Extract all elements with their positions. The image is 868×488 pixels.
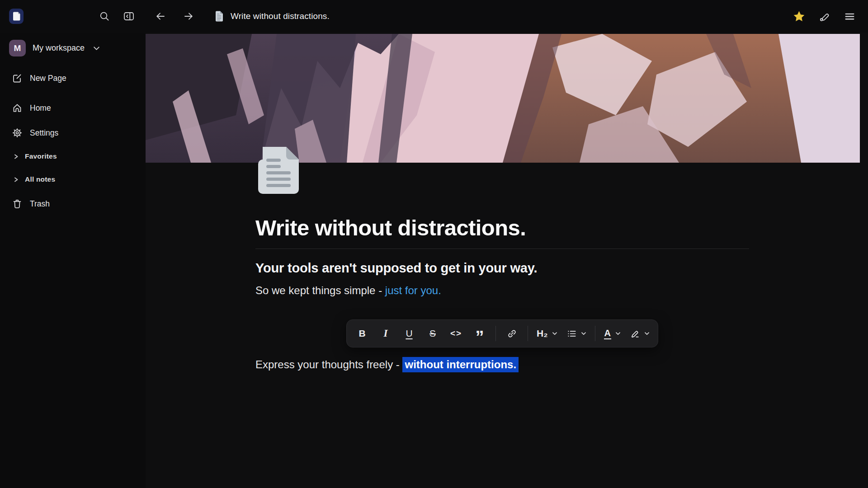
bullet-list-icon — [566, 328, 577, 339]
topbar-left-icons — [96, 8, 137, 25]
gear-icon — [12, 128, 22, 138]
chevron-down-icon — [615, 332, 621, 336]
toolbar-separator — [595, 326, 595, 341]
divider — [255, 249, 749, 249]
arrow-left-icon — [155, 10, 166, 22]
chevron-down-icon — [93, 46, 100, 51]
arrow-right-icon — [183, 10, 194, 22]
toolbar-separator — [495, 326, 496, 341]
mountain-cover-art — [146, 34, 860, 163]
page-title[interactable]: Write without distractions. — [255, 215, 749, 240]
editor-area: Write without distractions. Your tools a… — [146, 33, 868, 488]
new-page-icon — [12, 73, 22, 83]
italic-button[interactable]: I — [375, 324, 396, 343]
sidebar-item-label: Settings — [30, 128, 58, 138]
quote-icon: ” — [476, 335, 484, 339]
chevron-down-icon — [581, 332, 586, 336]
blockquote-button[interactable]: ” — [469, 324, 491, 343]
body-text: Express your thoughts freely - — [255, 358, 402, 371]
heading-dropdown[interactable]: H₂ — [533, 324, 561, 343]
topbar-right-icons — [790, 8, 858, 25]
favorite-button[interactable] — [790, 8, 807, 25]
page-paragraph[interactable]: So we kept things simple - just for you. — [255, 284, 749, 297]
inline-link[interactable]: just for you. — [385, 284, 441, 296]
selected-text[interactable]: without interruptions. — [402, 357, 519, 372]
nav-arrows — [152, 8, 197, 25]
list-dropdown[interactable] — [563, 324, 590, 343]
sidebar-item-new-page[interactable]: New Page — [0, 68, 146, 88]
topbar-title: Write without distractions. — [231, 11, 330, 21]
forward-button[interactable] — [180, 8, 197, 25]
sidebar-item-label: New Page — [30, 74, 66, 83]
trash-icon — [12, 199, 22, 209]
workspace-switcher[interactable]: M My workspace — [0, 35, 146, 61]
chevron-right-icon — [13, 154, 19, 160]
pen-icon — [819, 11, 830, 22]
text-color-label: A — [604, 328, 611, 339]
highlighter-icon — [630, 328, 640, 339]
link-button[interactable] — [501, 324, 523, 343]
body-line[interactable]: Express your thoughts freely - without i… — [255, 358, 749, 371]
bold-button[interactable]: B — [351, 324, 373, 343]
sidebar-section-label: Favorites — [25, 152, 57, 160]
document-body: Write without distractions. Your tools a… — [255, 163, 749, 371]
strikethrough-button[interactable]: S — [422, 324, 443, 343]
sidebar-section-label: All notes — [25, 175, 55, 183]
sidebar-item-settings[interactable]: Settings — [0, 123, 146, 143]
underline-button[interactable]: U — [398, 324, 420, 343]
chevron-right-icon — [13, 177, 19, 183]
heading-label: H₂ — [537, 328, 548, 339]
back-button[interactable] — [152, 8, 169, 25]
code-button[interactable]: <> — [445, 324, 467, 343]
sidebar-item-label: Home — [30, 103, 51, 113]
topbar-left — [0, 0, 146, 33]
paragraph-text: So we kept things simple - — [255, 284, 385, 296]
sidebar-collapse-icon — [123, 11, 134, 22]
sidebar-section-all-notes[interactable]: All notes — [0, 171, 146, 188]
sidebar-item-home[interactable]: Home — [0, 98, 146, 118]
edit-mode-button[interactable] — [816, 8, 833, 25]
workspace-name: My workspace — [33, 43, 85, 53]
search-button[interactable] — [96, 8, 113, 25]
star-icon — [793, 10, 805, 22]
chevron-down-icon — [552, 332, 557, 336]
highlight-dropdown[interactable] — [626, 324, 653, 343]
search-icon — [99, 11, 110, 22]
workspace-avatar: M — [9, 40, 26, 56]
code-label: <> — [450, 328, 462, 338]
link-icon — [507, 328, 517, 339]
sidebar-toggle-button[interactable] — [120, 8, 137, 25]
sidebar-item-trash[interactable]: Trash — [0, 194, 146, 214]
menu-button[interactable] — [841, 8, 858, 25]
page-icon[interactable] — [258, 147, 299, 194]
strikethrough-label: S — [429, 328, 436, 339]
home-icon — [12, 103, 22, 113]
document-icon — [214, 10, 224, 22]
italic-label: I — [384, 328, 388, 339]
app-logo-page-icon — [13, 12, 20, 21]
sidebar-section-favorites[interactable]: Favorites — [0, 148, 146, 165]
text-color-dropdown[interactable]: A — [600, 324, 624, 343]
hamburger-menu-icon — [844, 11, 855, 22]
sidebar: M My workspace New Page Home — [0, 33, 146, 488]
topbar-document[interactable]: Write without distractions. — [214, 10, 330, 22]
bold-label: B — [359, 328, 365, 339]
topbar: Write without distractions. — [0, 0, 868, 33]
app-logo[interactable] — [9, 9, 24, 24]
cover-image — [146, 34, 860, 163]
underline-label: U — [406, 328, 412, 339]
toolbar-separator — [528, 326, 528, 341]
formatting-toolbar: B I U S <> ” H₂ — [346, 319, 658, 347]
sidebar-item-label: Trash — [30, 199, 50, 209]
chevron-down-icon — [644, 332, 650, 336]
page-heading[interactable]: Your tools aren't supposed to get in you… — [255, 261, 749, 276]
